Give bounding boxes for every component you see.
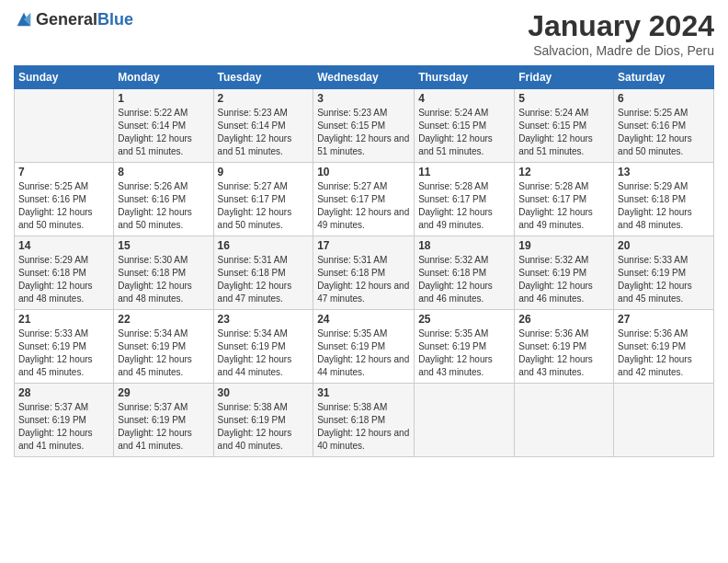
- day-number: 18: [418, 239, 510, 252]
- calendar-cell: [415, 384, 515, 457]
- calendar-cell: 20Sunrise: 5:33 AMSunset: 6:19 PMDayligh…: [614, 236, 714, 310]
- day-info: Sunrise: 5:25 AMSunset: 6:16 PMDaylight:…: [618, 107, 710, 158]
- calendar-table: SundayMondayTuesdayWednesdayThursdayFrid…: [14, 65, 714, 457]
- day-number: 13: [618, 166, 710, 178]
- calendar-cell: 21Sunrise: 5:33 AMSunset: 6:19 PMDayligh…: [15, 310, 114, 384]
- day-number: 30: [218, 386, 310, 399]
- day-info: Sunrise: 5:23 AMSunset: 6:15 PMDaylight:…: [317, 107, 410, 158]
- calendar-cell: 26Sunrise: 5:36 AMSunset: 6:19 PMDayligh…: [515, 310, 614, 384]
- day-number: 5: [518, 92, 609, 105]
- day-info: Sunrise: 5:35 AMSunset: 6:19 PMDaylight:…: [317, 327, 410, 379]
- day-of-week-header: Sunday: [15, 66, 114, 89]
- calendar-cell: 25Sunrise: 5:35 AMSunset: 6:19 PMDayligh…: [415, 310, 515, 384]
- calendar-week-row: 28Sunrise: 5:37 AMSunset: 6:19 PMDayligh…: [15, 384, 714, 457]
- day-number: 24: [317, 313, 410, 326]
- day-number: 28: [18, 386, 109, 399]
- calendar-cell: 6Sunrise: 5:25 AMSunset: 6:16 PMDaylight…: [614, 89, 714, 163]
- calendar-cell: 24Sunrise: 5:35 AMSunset: 6:19 PMDayligh…: [313, 310, 415, 384]
- calendar-cell: [515, 384, 614, 457]
- day-info: Sunrise: 5:24 AMSunset: 6:15 PMDaylight:…: [418, 107, 510, 158]
- calendar-cell: 12Sunrise: 5:28 AMSunset: 6:17 PMDayligh…: [515, 163, 614, 236]
- logo-text: GeneralBlue: [36, 10, 133, 29]
- calendar-cell: 17Sunrise: 5:31 AMSunset: 6:18 PMDayligh…: [313, 236, 415, 310]
- day-info: Sunrise: 5:29 AMSunset: 6:18 PMDaylight:…: [18, 254, 109, 305]
- day-number: 20: [618, 239, 710, 252]
- day-info: Sunrise: 5:32 AMSunset: 6:19 PMDaylight:…: [518, 254, 609, 305]
- day-info: Sunrise: 5:25 AMSunset: 6:16 PMDaylight:…: [18, 180, 109, 232]
- calendar-cell: 1Sunrise: 5:22 AMSunset: 6:14 PMDaylight…: [114, 89, 213, 163]
- day-number: 21: [18, 313, 109, 326]
- day-number: 3: [317, 92, 410, 105]
- day-number: 8: [118, 166, 209, 178]
- day-info: Sunrise: 5:23 AMSunset: 6:14 PMDaylight:…: [218, 107, 310, 158]
- day-of-week-header: Thursday: [415, 66, 515, 89]
- calendar-cell: 30Sunrise: 5:38 AMSunset: 6:19 PMDayligh…: [213, 384, 313, 457]
- header: GeneralBlue January 2024 Salvacion, Madr…: [14, 9, 714, 58]
- calendar-cell: 23Sunrise: 5:34 AMSunset: 6:19 PMDayligh…: [213, 310, 313, 384]
- calendar-cell: 14Sunrise: 5:29 AMSunset: 6:18 PMDayligh…: [15, 236, 114, 310]
- days-of-week-row: SundayMondayTuesdayWednesdayThursdayFrid…: [15, 66, 714, 89]
- calendar-cell: 13Sunrise: 5:29 AMSunset: 6:18 PMDayligh…: [614, 163, 714, 236]
- day-info: Sunrise: 5:36 AMSunset: 6:19 PMDaylight:…: [618, 327, 710, 379]
- calendar-cell: 16Sunrise: 5:31 AMSunset: 6:18 PMDayligh…: [213, 236, 313, 310]
- day-number: 1: [118, 92, 209, 105]
- day-number: 26: [518, 313, 609, 326]
- day-info: Sunrise: 5:26 AMSunset: 6:16 PMDaylight:…: [118, 180, 209, 232]
- day-number: 10: [317, 166, 410, 178]
- day-number: 15: [118, 239, 209, 252]
- day-info: Sunrise: 5:28 AMSunset: 6:17 PMDaylight:…: [518, 180, 609, 232]
- day-number: 25: [418, 313, 510, 326]
- calendar-cell: 27Sunrise: 5:36 AMSunset: 6:19 PMDayligh…: [614, 310, 714, 384]
- day-number: 12: [518, 166, 609, 178]
- calendar-cell: 10Sunrise: 5:27 AMSunset: 6:17 PMDayligh…: [313, 163, 415, 236]
- day-number: 4: [418, 92, 510, 105]
- calendar-cell: 4Sunrise: 5:24 AMSunset: 6:15 PMDaylight…: [415, 89, 515, 163]
- day-info: Sunrise: 5:30 AMSunset: 6:18 PMDaylight:…: [118, 254, 209, 305]
- day-info: Sunrise: 5:33 AMSunset: 6:19 PMDaylight:…: [618, 254, 710, 305]
- calendar-week-row: 14Sunrise: 5:29 AMSunset: 6:18 PMDayligh…: [15, 236, 714, 310]
- day-number: 9: [218, 166, 310, 178]
- calendar-cell: 3Sunrise: 5:23 AMSunset: 6:15 PMDaylight…: [313, 89, 415, 163]
- day-info: Sunrise: 5:33 AMSunset: 6:19 PMDaylight:…: [18, 327, 109, 379]
- day-info: Sunrise: 5:38 AMSunset: 6:18 PMDaylight:…: [317, 401, 410, 453]
- day-number: 7: [18, 166, 109, 178]
- calendar-week-row: 1Sunrise: 5:22 AMSunset: 6:14 PMDaylight…: [15, 89, 714, 163]
- calendar-header: SundayMondayTuesdayWednesdayThursdayFrid…: [15, 66, 714, 89]
- logo-area: GeneralBlue: [14, 9, 133, 29]
- day-number: 17: [317, 239, 410, 252]
- day-info: Sunrise: 5:29 AMSunset: 6:18 PMDaylight:…: [618, 180, 710, 232]
- day-info: Sunrise: 5:36 AMSunset: 6:19 PMDaylight:…: [518, 327, 609, 379]
- calendar-cell: 8Sunrise: 5:26 AMSunset: 6:16 PMDaylight…: [114, 163, 213, 236]
- calendar-cell: [614, 384, 714, 457]
- title-area: January 2024 Salvacion, Madre de Dios, P…: [528, 9, 714, 58]
- calendar-cell: 31Sunrise: 5:38 AMSunset: 6:18 PMDayligh…: [313, 384, 415, 457]
- day-info: Sunrise: 5:27 AMSunset: 6:17 PMDaylight:…: [317, 180, 410, 232]
- day-info: Sunrise: 5:32 AMSunset: 6:18 PMDaylight:…: [418, 254, 510, 305]
- day-info: Sunrise: 5:34 AMSunset: 6:19 PMDaylight:…: [218, 327, 310, 379]
- day-info: Sunrise: 5:38 AMSunset: 6:19 PMDaylight:…: [218, 401, 310, 453]
- day-info: Sunrise: 5:22 AMSunset: 6:14 PMDaylight:…: [118, 107, 209, 158]
- day-number: 31: [317, 386, 410, 399]
- day-number: 22: [118, 313, 209, 326]
- calendar-cell: 18Sunrise: 5:32 AMSunset: 6:18 PMDayligh…: [415, 236, 515, 310]
- day-of-week-header: Tuesday: [213, 66, 313, 89]
- day-number: 16: [218, 239, 310, 252]
- day-info: Sunrise: 5:35 AMSunset: 6:19 PMDaylight:…: [418, 327, 510, 379]
- calendar-cell: [15, 89, 114, 163]
- day-number: 27: [618, 313, 710, 326]
- day-info: Sunrise: 5:34 AMSunset: 6:19 PMDaylight:…: [118, 327, 209, 379]
- day-info: Sunrise: 5:28 AMSunset: 6:17 PMDaylight:…: [418, 180, 510, 232]
- day-of-week-header: Saturday: [614, 66, 714, 89]
- day-info: Sunrise: 5:31 AMSunset: 6:18 PMDaylight:…: [317, 254, 410, 305]
- day-info: Sunrise: 5:37 AMSunset: 6:19 PMDaylight:…: [18, 401, 109, 453]
- day-number: 23: [218, 313, 310, 326]
- subtitle: Salvacion, Madre de Dios, Peru: [528, 43, 714, 58]
- calendar-cell: 2Sunrise: 5:23 AMSunset: 6:14 PMDaylight…: [213, 89, 313, 163]
- calendar-cell: 22Sunrise: 5:34 AMSunset: 6:19 PMDayligh…: [114, 310, 213, 384]
- calendar-cell: 29Sunrise: 5:37 AMSunset: 6:19 PMDayligh…: [114, 384, 213, 457]
- day-info: Sunrise: 5:24 AMSunset: 6:15 PMDaylight:…: [518, 107, 609, 158]
- day-number: 14: [18, 239, 109, 252]
- page: GeneralBlue January 2024 Salvacion, Madr…: [0, 0, 728, 563]
- logo: GeneralBlue: [14, 9, 133, 29]
- calendar-week-row: 7Sunrise: 5:25 AMSunset: 6:16 PMDaylight…: [15, 163, 714, 236]
